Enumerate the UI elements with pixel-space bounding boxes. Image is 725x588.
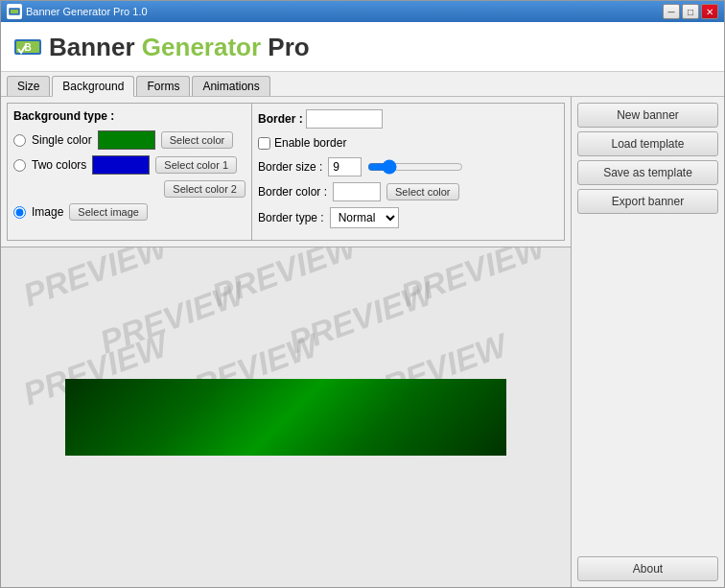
enable-border-checkbox[interactable] xyxy=(258,137,270,150)
single-color-swatch[interactable] xyxy=(98,130,155,150)
single-color-label: Single color xyxy=(32,133,92,147)
logo: B Banner Generator Pro xyxy=(12,32,310,62)
single-color-radio[interactable] xyxy=(13,134,26,147)
two-colors-label: Two colors xyxy=(32,158,86,172)
background-panel: Background type : Single color Select co… xyxy=(8,104,252,240)
border-type-select[interactable]: Normal Dashed Dotted Double xyxy=(330,207,399,228)
enable-border-label: Enable border xyxy=(274,136,346,150)
tab-size[interactable]: Size xyxy=(7,76,50,96)
border-color-button[interactable]: Select color xyxy=(386,183,458,200)
preview-area: PREVIEW PREVIEW PREVIEW PREVIEW PREVIEW … xyxy=(1,247,571,587)
border-size-label: Border size : xyxy=(258,160,322,174)
border-size-slider[interactable] xyxy=(367,159,463,175)
top-section: Background type : Single color Select co… xyxy=(1,97,571,247)
border-color-swatch[interactable] xyxy=(333,182,381,201)
preview-banner xyxy=(65,379,506,456)
tabs-bar: Size Background Forms Animations xyxy=(1,72,724,97)
about-button[interactable]: About xyxy=(577,556,718,581)
border-title-input[interactable] xyxy=(306,109,383,129)
save-template-button[interactable]: Save as template xyxy=(577,160,718,185)
tab-background[interactable]: Background xyxy=(52,76,134,97)
logo-pro: Pro xyxy=(261,33,310,61)
two-colors-row: Two colors Select color 1 xyxy=(13,155,246,175)
two-colors-swatch[interactable] xyxy=(92,155,150,175)
border-size-row: Border size : xyxy=(258,157,558,176)
new-banner-button[interactable]: New banner xyxy=(577,103,718,128)
minimize-button[interactable]: ─ xyxy=(663,4,680,19)
export-banner-button[interactable]: Export banner xyxy=(577,189,718,214)
image-radio[interactable] xyxy=(13,206,26,219)
two-colors-section: Two colors Select color 1 Select color 2 xyxy=(13,155,246,198)
logo-text: Banner Generator Pro xyxy=(49,35,310,59)
app-header: B Banner Generator Pro xyxy=(1,22,724,72)
border-color-label: Border color : xyxy=(258,185,327,199)
image-row: Image Select image xyxy=(13,203,246,221)
border-type-row: Border type : Normal Dashed Dotted Doubl… xyxy=(258,207,558,228)
select-color2-row: Select color 2 xyxy=(13,180,246,198)
maximize-button[interactable]: □ xyxy=(682,4,699,19)
enable-border-row: Enable border xyxy=(258,136,558,150)
window-controls: ─ □ ✕ xyxy=(663,4,718,19)
svg-rect-1 xyxy=(11,10,18,13)
logo-generator: Generator xyxy=(142,33,261,61)
tab-animations[interactable]: Animations xyxy=(192,76,269,96)
right-panel: New banner Load template Save as templat… xyxy=(571,97,724,587)
border-panel: Border : Enable border Border size : xyxy=(252,104,564,240)
panels-container: Background type : Single color Select co… xyxy=(1,97,571,247)
close-button[interactable]: ✕ xyxy=(701,4,718,19)
border-size-input[interactable] xyxy=(328,157,362,176)
image-label: Image xyxy=(32,205,63,219)
logo-icon: B xyxy=(12,32,43,62)
border-label: Border : xyxy=(258,112,303,126)
window-title: Banner Generator Pro 1.0 xyxy=(26,6,663,17)
load-template-button[interactable]: Load template xyxy=(577,131,718,156)
select-color2-button[interactable]: Select color 2 xyxy=(164,180,246,198)
bg-type-label: Background type : xyxy=(13,109,114,123)
app-icon xyxy=(7,4,22,19)
border-color-row: Border color : Select color xyxy=(258,182,558,201)
title-bar: Banner Generator Pro 1.0 ─ □ ✕ xyxy=(1,1,724,22)
select-image-button[interactable]: Select image xyxy=(69,203,148,221)
border-type-label: Border type : xyxy=(258,211,324,224)
select-color-button[interactable]: Select color xyxy=(161,131,233,149)
tab-forms[interactable]: Forms xyxy=(136,76,190,96)
main-window: Banner Generator Pro 1.0 ─ □ ✕ B Banner … xyxy=(0,0,725,588)
two-colors-radio[interactable] xyxy=(13,159,26,172)
select-color1-button[interactable]: Select color 1 xyxy=(155,156,237,174)
single-color-row: Single color Select color xyxy=(13,130,246,150)
inner-panels: Background type : Single color Select co… xyxy=(7,103,565,241)
logo-banner: Banner xyxy=(49,33,142,61)
